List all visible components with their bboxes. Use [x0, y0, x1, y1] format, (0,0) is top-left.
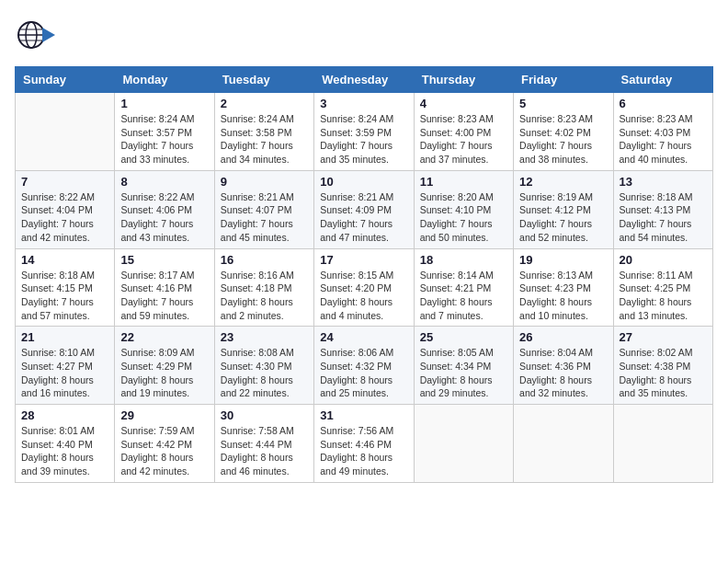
day-info: Sunrise: 8:23 AMSunset: 4:03 PMDaylight:…: [620, 112, 707, 167]
day-number: 25: [420, 330, 507, 344]
calendar-cell: 18Sunrise: 8:14 AMSunset: 4:21 PMDayligh…: [414, 248, 513, 327]
calendar-cell: 26Sunrise: 8:04 AMSunset: 4:36 PMDayligh…: [514, 327, 613, 405]
calendar-cell: 16Sunrise: 8:16 AMSunset: 4:18 PMDayligh…: [214, 248, 313, 327]
day-number: 13: [620, 175, 707, 189]
day-info: Sunrise: 8:06 AMSunset: 4:32 PMDaylight:…: [320, 346, 407, 400]
day-number: 30: [221, 408, 308, 422]
day-info: Sunrise: 8:24 AMSunset: 3:57 PMDaylight:…: [120, 112, 208, 167]
calendar-cell: 2Sunrise: 8:24 AMSunset: 3:58 PMDaylight…: [214, 93, 313, 171]
calendar-cell: 30Sunrise: 7:58 AMSunset: 4:44 PMDayligh…: [214, 405, 313, 483]
day-info: Sunrise: 8:19 AMSunset: 4:12 PMDaylight:…: [519, 190, 607, 245]
day-info: Sunrise: 8:21 AMSunset: 4:09 PMDaylight:…: [320, 190, 407, 245]
calendar-cell: [514, 405, 613, 483]
calendar-cell: 14Sunrise: 8:18 AMSunset: 4:15 PMDayligh…: [16, 248, 115, 327]
day-info: Sunrise: 8:15 AMSunset: 4:20 PMDaylight:…: [320, 269, 407, 323]
calendar-cell: 10Sunrise: 8:21 AMSunset: 4:09 PMDayligh…: [314, 170, 414, 248]
day-number: 16: [221, 253, 308, 267]
day-info: Sunrise: 8:20 AMSunset: 4:10 PMDaylight:…: [420, 190, 507, 245]
calendar-cell: 23Sunrise: 8:08 AMSunset: 4:30 PMDayligh…: [214, 327, 313, 405]
days-header-row: SundayMondayTuesdayWednesdayThursdayFrid…: [16, 67, 713, 93]
day-number: 4: [420, 97, 507, 110]
day-number: 27: [620, 330, 707, 344]
day-number: 3: [320, 97, 407, 110]
calendar-cell: 27Sunrise: 8:02 AMSunset: 4:38 PMDayligh…: [613, 327, 712, 405]
day-info: Sunrise: 8:22 AMSunset: 4:06 PMDaylight:…: [120, 190, 208, 245]
day-number: 24: [320, 330, 407, 344]
day-info: Sunrise: 8:10 AMSunset: 4:27 PMDaylight:…: [21, 346, 108, 400]
calendar-cell: 29Sunrise: 7:59 AMSunset: 4:42 PMDayligh…: [115, 405, 214, 483]
calendar-cell: 4Sunrise: 8:23 AMSunset: 4:00 PMDaylight…: [414, 93, 513, 171]
calendar-cell: 8Sunrise: 8:22 AMSunset: 4:06 PMDaylight…: [115, 170, 214, 248]
day-info: Sunrise: 8:11 AMSunset: 4:25 PMDaylight:…: [620, 269, 707, 323]
calendar-cell: 5Sunrise: 8:23 AMSunset: 4:02 PMDaylight…: [514, 93, 613, 171]
day-number: 23: [221, 330, 308, 344]
calendar-cell: 3Sunrise: 8:24 AMSunset: 3:59 PMDaylight…: [314, 93, 414, 171]
calendar-cell: [613, 405, 712, 483]
calendar-cell: 12Sunrise: 8:19 AMSunset: 4:12 PMDayligh…: [514, 170, 613, 248]
calendar-table: SundayMondayTuesdayWednesdayThursdayFrid…: [15, 66, 713, 483]
day-info: Sunrise: 8:01 AMSunset: 4:40 PMDaylight:…: [21, 424, 108, 478]
calendar-cell: 6Sunrise: 8:23 AMSunset: 4:03 PMDaylight…: [613, 93, 712, 171]
day-info: Sunrise: 8:24 AMSunset: 3:59 PMDaylight:…: [320, 112, 407, 167]
calendar-cell: [16, 93, 115, 171]
day-info: Sunrise: 7:56 AMSunset: 4:46 PMDaylight:…: [320, 424, 407, 478]
calendar-cell: 21Sunrise: 8:10 AMSunset: 4:27 PMDayligh…: [16, 327, 115, 405]
calendar-cell: 19Sunrise: 8:13 AMSunset: 4:23 PMDayligh…: [514, 248, 613, 327]
day-number: 31: [320, 408, 407, 422]
calendar-cell: [414, 405, 513, 483]
day-number: 11: [420, 175, 507, 189]
svg-marker-5: [42, 28, 55, 42]
day-number: 19: [519, 253, 607, 267]
day-header-wednesday: Wednesday: [314, 67, 414, 93]
calendar-cell: 9Sunrise: 8:21 AMSunset: 4:07 PMDaylight…: [214, 170, 313, 248]
calendar-week-row: 7Sunrise: 8:22 AMSunset: 4:04 PMDaylight…: [16, 170, 713, 248]
calendar-cell: 15Sunrise: 8:17 AMSunset: 4:16 PMDayligh…: [115, 248, 214, 327]
day-info: Sunrise: 8:17 AMSunset: 4:16 PMDaylight:…: [120, 269, 208, 323]
day-number: 26: [519, 330, 607, 344]
calendar-cell: 22Sunrise: 8:09 AMSunset: 4:29 PMDayligh…: [115, 327, 214, 405]
day-info: Sunrise: 8:21 AMSunset: 4:07 PMDaylight:…: [221, 190, 308, 245]
day-info: Sunrise: 8:04 AMSunset: 4:36 PMDaylight:…: [519, 346, 607, 400]
day-info: Sunrise: 8:13 AMSunset: 4:23 PMDaylight:…: [519, 269, 607, 323]
day-number: 1: [120, 97, 208, 110]
day-info: Sunrise: 8:09 AMSunset: 4:29 PMDaylight:…: [120, 346, 208, 400]
day-number: 2: [221, 97, 308, 110]
calendar-cell: 7Sunrise: 8:22 AMSunset: 4:04 PMDaylight…: [16, 170, 115, 248]
day-number: 20: [620, 253, 707, 267]
day-info: Sunrise: 8:08 AMSunset: 4:30 PMDaylight:…: [221, 346, 308, 400]
calendar-week-row: 14Sunrise: 8:18 AMSunset: 4:15 PMDayligh…: [16, 248, 713, 327]
day-info: Sunrise: 8:23 AMSunset: 4:02 PMDaylight:…: [519, 112, 607, 167]
calendar-week-row: 1Sunrise: 8:24 AMSunset: 3:57 PMDaylight…: [16, 93, 713, 171]
day-number: 29: [120, 408, 208, 422]
day-info: Sunrise: 8:22 AMSunset: 4:04 PMDaylight:…: [21, 190, 108, 245]
calendar-cell: 13Sunrise: 8:18 AMSunset: 4:13 PMDayligh…: [613, 170, 712, 248]
day-info: Sunrise: 7:59 AMSunset: 4:42 PMDaylight:…: [120, 424, 208, 478]
day-number: 6: [620, 97, 707, 110]
day-number: 18: [420, 253, 507, 267]
day-number: 14: [21, 253, 108, 267]
day-info: Sunrise: 8:16 AMSunset: 4:18 PMDaylight:…: [221, 269, 308, 323]
day-info: Sunrise: 8:02 AMSunset: 4:38 PMDaylight:…: [620, 346, 707, 400]
calendar-cell: 1Sunrise: 8:24 AMSunset: 3:57 PMDaylight…: [115, 93, 214, 171]
day-info: Sunrise: 8:23 AMSunset: 4:00 PMDaylight:…: [420, 112, 507, 167]
calendar-cell: 20Sunrise: 8:11 AMSunset: 4:25 PMDayligh…: [613, 248, 712, 327]
day-header-monday: Monday: [115, 67, 214, 93]
calendar-cell: 28Sunrise: 8:01 AMSunset: 4:40 PMDayligh…: [16, 405, 115, 483]
day-number: 10: [320, 175, 407, 189]
calendar-cell: 25Sunrise: 8:05 AMSunset: 4:34 PMDayligh…: [414, 327, 513, 405]
logo-icon: [15, 15, 55, 55]
logo: [15, 15, 59, 55]
day-info: Sunrise: 8:18 AMSunset: 4:13 PMDaylight:…: [620, 190, 707, 245]
calendar-cell: 11Sunrise: 8:20 AMSunset: 4:10 PMDayligh…: [414, 170, 513, 248]
day-number: 5: [519, 97, 607, 110]
day-number: 12: [519, 175, 607, 189]
calendar-cell: 24Sunrise: 8:06 AMSunset: 4:32 PMDayligh…: [314, 327, 414, 405]
calendar-cell: 17Sunrise: 8:15 AMSunset: 4:20 PMDayligh…: [314, 248, 414, 327]
day-info: Sunrise: 8:14 AMSunset: 4:21 PMDaylight:…: [420, 269, 507, 323]
day-number: 21: [21, 330, 108, 344]
day-header-friday: Friday: [514, 67, 613, 93]
day-header-tuesday: Tuesday: [214, 67, 313, 93]
day-header-saturday: Saturday: [613, 67, 712, 93]
day-number: 9: [221, 175, 308, 189]
day-info: Sunrise: 8:05 AMSunset: 4:34 PMDaylight:…: [420, 346, 507, 400]
